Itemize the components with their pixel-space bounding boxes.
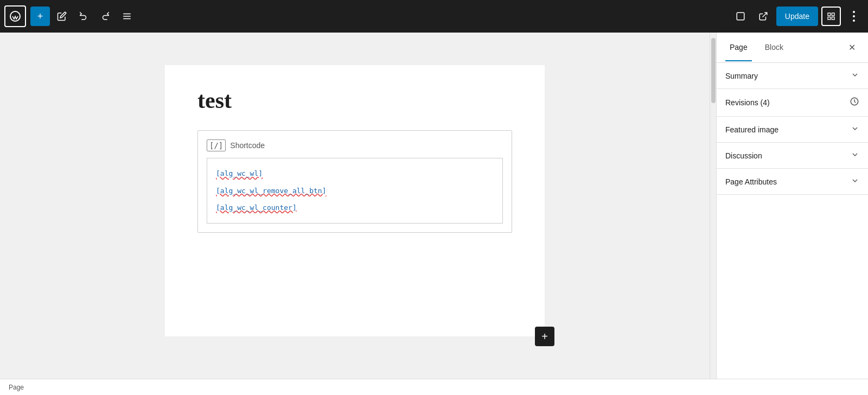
wp-logo[interactable] (4, 5, 26, 27)
shortcode-block[interactable]: [/] Shortcode [alg_wc_wl] [alg_wc_wl_rem… (197, 130, 512, 232)
featured-image-label: Featured image (725, 125, 778, 134)
more-options-button[interactable] (844, 7, 864, 26)
panel-section-summary: Summary (717, 63, 868, 89)
revisions-section-header[interactable]: Revisions (4) (717, 89, 868, 116)
featured-image-section-header[interactable]: Featured image (717, 117, 868, 142)
clock-icon (850, 97, 859, 109)
shortcode-label-text: Shortcode (230, 141, 265, 150)
shortcode-header: [/] Shortcode (207, 139, 503, 151)
shortcode-line-3: [alg_wc_wl_counter] (216, 201, 494, 214)
discussion-chevron-icon (851, 150, 859, 161)
edit-mode-button[interactable] (52, 7, 72, 26)
right-panel: Page Block ✕ Summary Revisi (716, 33, 868, 379)
summary-label: Summary (725, 72, 758, 80)
editor-scrollbar[interactable] (710, 33, 716, 379)
toolbar: + (0, 0, 868, 33)
svg-rect-9 (828, 17, 831, 20)
shortcode-icon: [/] (207, 139, 226, 151)
tab-page[interactable]: Page (725, 34, 752, 61)
panel-tabs: Page Block ✕ (717, 33, 868, 63)
panel-close-button[interactable]: ✕ (844, 40, 859, 55)
summary-section-header[interactable]: Summary (717, 63, 868, 88)
page-content: test [/] Shortcode [alg_wc_wl] [alg_wc_w… (165, 65, 545, 336)
featured-image-chevron-icon (851, 124, 859, 135)
svg-rect-6 (828, 13, 831, 16)
settings-button[interactable] (821, 7, 841, 26)
shortcode-textarea[interactable]: [alg_wc_wl] [alg_wc_wl_remove_all_btn] [… (207, 158, 503, 223)
view-mode-button[interactable] (731, 7, 750, 26)
svg-point-10 (853, 11, 855, 13)
tab-block[interactable]: Block (761, 34, 788, 61)
add-block-below-button[interactable]: + (535, 327, 554, 346)
list-view-button[interactable] (117, 7, 137, 26)
svg-point-11 (853, 15, 855, 17)
undo-button[interactable] (74, 7, 93, 26)
page-attributes-chevron-icon (851, 176, 859, 187)
discussion-section-header[interactable]: Discussion (717, 143, 868, 168)
svg-rect-7 (832, 13, 834, 16)
editor-canvas: test [/] Shortcode [alg_wc_wl] [alg_wc_w… (0, 33, 710, 379)
main-area: test [/] Shortcode [alg_wc_wl] [alg_wc_w… (0, 33, 868, 379)
add-block-toolbar-button[interactable]: + (30, 7, 50, 26)
svg-point-12 (853, 20, 855, 22)
svg-rect-4 (737, 12, 744, 20)
discussion-label: Discussion (725, 151, 762, 160)
page-attributes-section-header[interactable]: Page Attributes (717, 169, 868, 194)
panel-section-featured-image: Featured image (717, 117, 868, 143)
page-title[interactable]: test (197, 87, 512, 114)
update-button[interactable]: Update (776, 7, 818, 26)
page-attributes-label: Page Attributes (725, 177, 777, 186)
panel-section-revisions: Revisions (4) (717, 89, 868, 117)
preview-button[interactable] (754, 7, 773, 26)
scrollbar-thumb[interactable] (711, 38, 716, 103)
summary-chevron-icon (851, 71, 859, 81)
redo-button[interactable] (95, 7, 115, 26)
panel-section-page-attributes: Page Attributes (717, 169, 868, 195)
revisions-label: Revisions (4) (725, 98, 850, 107)
status-label: Page (9, 384, 24, 391)
svg-line-5 (762, 12, 767, 17)
toolbar-right: Update (731, 7, 864, 26)
shortcode-line-1: [alg_wc_wl] (216, 167, 494, 180)
shortcode-line-2: [alg_wc_wl_remove_all_btn] (216, 184, 494, 197)
status-bar: Page (0, 379, 868, 395)
svg-rect-8 (832, 17, 834, 20)
panel-section-discussion: Discussion (717, 143, 868, 169)
